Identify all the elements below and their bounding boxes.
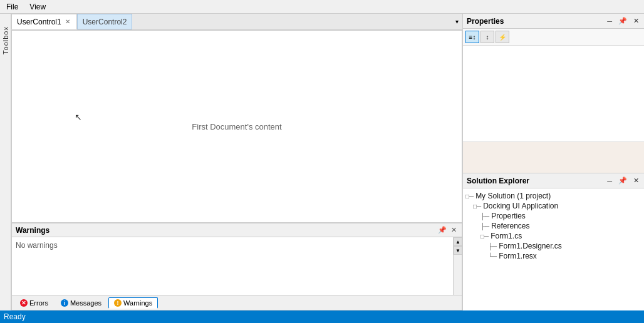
- warnings-panel-header: Warnings 📌 ✕: [12, 223, 462, 237]
- warnings-panel-title: Warnings: [16, 226, 437, 235]
- tree-expand-icon: ├─: [488, 243, 497, 250]
- properties-header: Properties ─ 📌 ✕: [463, 14, 644, 29]
- solution-window-controls: ─ 📌 ✕: [606, 177, 640, 185]
- cursor-icon: ↖: [75, 112, 82, 122]
- tree-item-label: References: [491, 222, 529, 230]
- properties-content: [463, 46, 644, 141]
- solution-explorer: Solution Explorer ─ 📌 ✕ □─My Solution (1…: [463, 173, 644, 310]
- scroll-up-button[interactable]: ▲: [454, 237, 462, 246]
- toolbox-label: Toolbox: [2, 26, 9, 54]
- tree-item[interactable]: ├─Form1.Designer.cs: [465, 241, 641, 251]
- tree-expand-icon: ├─: [480, 223, 489, 230]
- minimize-solution-button[interactable]: ─: [606, 177, 613, 185]
- tree-expand-icon: □─: [465, 193, 474, 200]
- document-content: ↖ First Document's content: [11, 30, 462, 223]
- scroll-bar[interactable]: ▲ ▼: [453, 237, 462, 295]
- tree-item-label: Docking UI Application: [483, 202, 558, 210]
- no-warnings-text: No warnings: [16, 241, 58, 250]
- main-layout: Toolbox UserControl1 ✕ UserControl2 ▾ ↖ …: [0, 14, 644, 310]
- solution-tree: □─My Solution (1 project)□─Docking UI Ap…: [463, 188, 644, 310]
- tree-item-label: Properties: [491, 212, 526, 220]
- tree-item[interactable]: □─My Solution (1 project): [465, 191, 641, 201]
- document-tabs: UserControl1 ✕ UserControl2 ▾: [11, 14, 462, 30]
- messages-label: Messages: [70, 299, 101, 307]
- events-button[interactable]: ⚡: [496, 31, 509, 43]
- errors-icon: ✕: [20, 299, 28, 307]
- right-panel: Properties ─ 📌 ✕ ≡↕ ↕ ⚡ Solution Explore…: [462, 14, 644, 310]
- properties-description: [463, 141, 644, 173]
- close-properties-button[interactable]: ✕: [632, 17, 640, 25]
- close-panel-button[interactable]: ✕: [450, 226, 458, 234]
- tab-errors[interactable]: ✕ Errors: [14, 297, 54, 309]
- bottom-tabs: ✕ Errors i Messages ! Warnings: [12, 295, 462, 310]
- tree-item[interactable]: □─Docking UI Application: [465, 201, 641, 211]
- errors-label: Errors: [29, 299, 48, 307]
- sort-button[interactable]: ↕: [480, 31, 494, 43]
- warnings-label: Warnings: [123, 299, 152, 307]
- dropdown-arrow-icon: ▾: [455, 18, 459, 25]
- tree-expand-icon: □─: [480, 233, 489, 240]
- warnings-icon: !: [114, 299, 122, 307]
- pin-solution-button[interactable]: 📌: [617, 177, 628, 185]
- close-solution-button[interactable]: ✕: [632, 177, 640, 185]
- status-text: Ready: [4, 312, 26, 321]
- tab-label-usercontrol2: UserControl2: [83, 18, 127, 26]
- solution-explorer-title: Solution Explorer: [467, 177, 606, 185]
- warnings-panel: Warnings 📌 ✕ No warnings ▲ ▼ ✕ Errors: [11, 223, 462, 310]
- tab-messages[interactable]: i Messages: [55, 297, 107, 309]
- center-area: UserControl1 ✕ UserControl2 ▾ ↖ First Do…: [11, 14, 462, 310]
- document-content-text: First Document's content: [192, 122, 281, 131]
- tab-usercontrol2[interactable]: UserControl2: [77, 14, 133, 29]
- pin-button[interactable]: 📌: [437, 226, 448, 234]
- tree-item-label: My Solution (1 project): [475, 192, 551, 200]
- tab-label-usercontrol1: UserControl1: [17, 18, 61, 26]
- menu-file[interactable]: File: [4, 2, 21, 12]
- toolbox-sidebar[interactable]: Toolbox: [0, 14, 11, 310]
- tree-item[interactable]: ├─Properties: [465, 211, 641, 221]
- tree-expand-icon: ├─: [480, 213, 489, 220]
- panel-header-controls: 📌 ✕: [437, 226, 458, 234]
- tree-item[interactable]: ├─References: [465, 221, 641, 231]
- tree-item-label: Form1.cs: [491, 232, 522, 240]
- tree-expand-icon: □─: [473, 203, 481, 210]
- properties-title: Properties: [467, 17, 606, 26]
- tab-warnings[interactable]: ! Warnings: [108, 297, 158, 309]
- tab-close-usercontrol1[interactable]: ✕: [64, 18, 71, 25]
- status-bar: Ready: [0, 310, 644, 323]
- warnings-panel-content: No warnings ▲ ▼: [12, 237, 462, 295]
- menu-bar: File View: [0, 0, 644, 14]
- solution-explorer-header: Solution Explorer ─ 📌 ✕: [463, 173, 644, 188]
- tree-expand-icon: └─: [488, 253, 497, 260]
- tree-item[interactable]: └─Form1.resx: [465, 251, 641, 261]
- pin-properties-button[interactable]: 📌: [617, 17, 628, 25]
- categorized-view-button[interactable]: ≡↕: [465, 31, 479, 43]
- minimize-properties-button[interactable]: ─: [606, 18, 613, 25]
- tree-item[interactable]: □─Form1.cs: [465, 231, 641, 241]
- tab-usercontrol1[interactable]: UserControl1 ✕: [11, 14, 77, 29]
- tree-item-label: Form1.resx: [499, 252, 537, 260]
- tree-item-label: Form1.Designer.cs: [499, 242, 562, 250]
- properties-window-controls: ─ 📌 ✕: [606, 17, 640, 25]
- menu-view[interactable]: View: [27, 2, 48, 12]
- scroll-down-button[interactable]: ▼: [454, 246, 462, 255]
- tab-dropdown[interactable]: ▾: [452, 14, 462, 29]
- messages-icon: i: [61, 299, 68, 307]
- properties-panel: Properties ─ 📌 ✕ ≡↕ ↕ ⚡: [463, 14, 644, 173]
- properties-toolbar: ≡↕ ↕ ⚡: [463, 29, 644, 46]
